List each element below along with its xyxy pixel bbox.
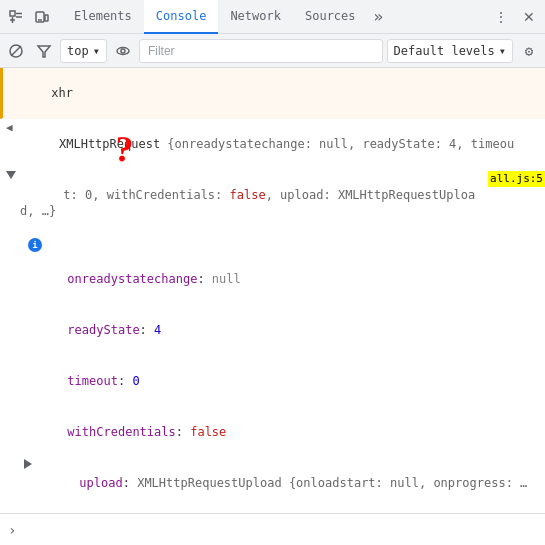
device-icon[interactable] <box>30 5 54 29</box>
svg-rect-6 <box>45 15 48 21</box>
info-icon-line: i <box>0 237 545 254</box>
prop-timeout: timeout: 0 <box>0 356 545 407</box>
settings-icon[interactable]: ⚙ <box>517 39 541 63</box>
xhr-label: xhr <box>8 69 545 117</box>
chevron-down-icon: ▾ <box>93 44 100 58</box>
tab-bar: Elements Console Network Sources » ⋮ ✕ <box>0 0 545 34</box>
xhr-log-line[interactable]: xhr <box>0 68 545 119</box>
tab-console[interactable]: Console <box>144 0 219 34</box>
close-devtools-icon[interactable]: ✕ <box>517 5 541 29</box>
tab-more[interactable]: » <box>368 7 390 26</box>
xmlhttprequest-line[interactable]: ◀ XMLHttpRequest {onreadystatechange: nu… <box>0 119 545 170</box>
tab-elements[interactable]: Elements <box>62 0 144 34</box>
console-input-bar: › <box>0 513 545 545</box>
xmlhttprequest-preview: XMLHttpRequest {onreadystatechange: null… <box>16 120 545 168</box>
svg-marker-10 <box>38 46 50 57</box>
prop-upload[interactable]: upload: XMLHttpRequestUpload {onloadstar… <box>0 458 545 509</box>
filter-icon[interactable] <box>32 39 56 63</box>
left-arrow-icon: ◀ <box>6 120 13 136</box>
xmlhttprequest-with: t: 0, withCredentials: false, upload: XM… <box>20 171 480 235</box>
prop-responseurl: responseURL: "https://data.taipei/openda… <box>0 509 545 513</box>
log-level-selector[interactable]: Default levels ▾ <box>387 39 513 63</box>
svg-line-9 <box>11 46 21 56</box>
svg-point-12 <box>121 49 125 53</box>
frame-selector[interactable]: top ▾ <box>60 39 107 63</box>
devtools-icons <box>4 5 62 29</box>
chevron-down-icon: ▾ <box>499 44 506 58</box>
prop-readystate: readyState: 4 <box>0 305 545 356</box>
xmlhttprequest-line2[interactable]: t: 0, withCredentials: false, upload: XM… <box>0 170 545 237</box>
console-output: xhr ◀ XMLHttpRequest {onreadystatechange… <box>0 68 545 513</box>
inspect-icon[interactable] <box>4 5 28 29</box>
svg-rect-0 <box>10 11 15 16</box>
clear-console-icon[interactable] <box>4 39 28 63</box>
console-input[interactable] <box>22 523 537 537</box>
prop-onreadystatechange: onreadystatechange: null <box>0 254 545 305</box>
console-toolbar: top ▾ Default levels ▾ ⚙ <box>0 34 545 68</box>
expand-arrow-icon[interactable] <box>6 171 16 179</box>
file-link[interactable]: all.js:5 <box>488 171 545 187</box>
eye-icon[interactable] <box>111 39 135 63</box>
info-icon: i <box>28 238 42 252</box>
expand-upload-icon[interactable] <box>24 459 32 469</box>
more-options-icon[interactable]: ⋮ <box>489 5 513 29</box>
console-prompt-icon: › <box>8 522 16 538</box>
tab-bar-right: ⋮ ✕ <box>489 5 541 29</box>
tab-sources[interactable]: Sources <box>293 0 368 34</box>
prop-withcredentials: withCredentials: false <box>0 407 545 458</box>
tab-network[interactable]: Network <box>218 0 293 34</box>
filter-input[interactable] <box>139 39 383 63</box>
